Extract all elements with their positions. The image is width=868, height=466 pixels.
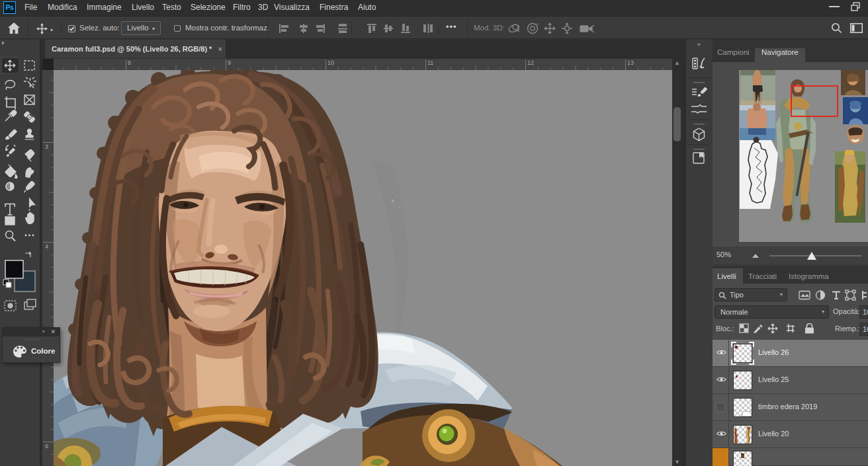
svg-text:11: 11: [427, 59, 433, 66]
svg-text:9: 9: [228, 59, 231, 66]
svg-text:10: 10: [327, 59, 334, 66]
svg-text:3: 3: [45, 143, 48, 150]
svg-text:4: 4: [45, 243, 48, 250]
svg-text:13: 13: [627, 59, 634, 66]
svg-text:6: 6: [45, 443, 48, 449]
svg-text:12: 12: [527, 59, 534, 66]
svg-text:8: 8: [128, 59, 131, 66]
